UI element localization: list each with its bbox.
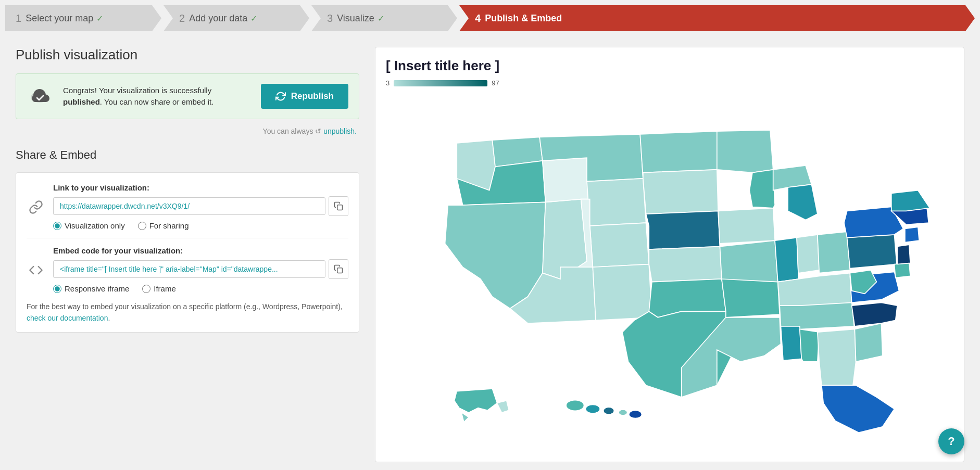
main-content: Publish visualization Congrats! Your vis… [0,36,980,470]
usa-map-svg [386,95,953,451]
svg-point-4 [586,405,600,413]
step-4-num: 4 [475,12,481,24]
embed-input-row [53,259,348,279]
step-3-num: 3 [327,12,333,24]
embed-radio-group: Responsive iframe Iframe [53,284,348,293]
iframe-radio[interactable] [142,285,150,293]
unpublish-row: You can always ↺ unpublish. [16,127,359,135]
step-2[interactable]: 2 Add your data ✓ [164,5,309,31]
embed-hint: For the best way to embed your visualiza… [27,301,348,324]
cloud-check-icon [27,83,53,109]
unpublish-icon: ↺ [315,127,321,135]
link-content: Link to your visualization: [53,183,348,230]
step-3-label: Visualize [337,13,374,24]
iframe-label: Iframe [154,284,176,293]
embed-icon [27,261,45,280]
step-1[interactable]: 1 Select your map ✓ [5,5,161,31]
copy-link-button[interactable] [329,196,348,216]
copy-embed-button[interactable] [329,259,348,279]
docs-link[interactable]: check our documentation [27,314,108,322]
responsive-radio[interactable] [53,285,61,293]
svg-point-6 [619,410,627,415]
left-panel: Publish visualization Congrats! Your vis… [16,47,359,462]
sharing-label: For sharing [149,221,189,230]
step-4-label: Publish & Embed [485,13,562,24]
legend-bar: 3 97 [386,79,953,87]
viz-only-radio[interactable] [53,222,61,230]
banner-text: Congrats! Your visualization is successf… [63,85,250,108]
unpublish-link[interactable]: unpublish. [323,127,357,135]
svg-point-3 [566,400,584,411]
responsive-option[interactable]: Responsive iframe [53,284,129,293]
link-label: Link to your visualization: [53,183,348,192]
step-2-check: ✓ [250,14,257,23]
step-2-label: Add your data [189,13,247,24]
map-title: [ Insert title here ] [386,58,953,74]
published-banner: Congrats! Your visualization is successf… [16,73,359,119]
svg-point-5 [604,407,614,414]
step-4[interactable]: 4 Publish & Embed [459,5,975,31]
link-radio-group: Visualization only For sharing [53,221,348,230]
step-1-num: 1 [16,12,21,24]
step-3-check: ✓ [378,14,384,23]
republish-button[interactable]: Republish [261,84,348,109]
share-embed-title: Share & Embed [16,148,359,162]
publish-section-title: Publish visualization [16,47,359,63]
steps-header: 1 Select your map ✓ 2 Add your data ✓ 3 … [0,0,980,36]
viz-only-option[interactable]: Visualization only [53,221,125,230]
legend-min: 3 [386,79,390,87]
viz-only-label: Visualization only [65,221,125,230]
help-button[interactable]: ? [938,428,964,454]
step-3[interactable]: 3 Visualize ✓ [311,5,457,31]
responsive-label: Responsive iframe [65,284,129,293]
legend-max: 97 [492,79,499,87]
link-input-row [53,196,348,216]
sharing-radio[interactable] [138,222,146,230]
map-container [386,95,953,451]
legend-gradient [394,80,487,86]
embed-input[interactable] [53,260,325,278]
link-input[interactable] [53,197,325,215]
iframe-option[interactable]: Iframe [142,284,176,293]
republish-label: Republish [291,91,334,101]
link-section: Link to your visualization: [16,172,359,333]
step-2-num: 2 [179,12,185,24]
embed-label: Embed code for your visualization: [53,246,348,255]
link-icon [27,198,45,217]
sharing-option[interactable]: For sharing [138,221,189,230]
step-1-label: Select your map [26,13,93,24]
svg-rect-1 [337,205,343,210]
svg-rect-2 [337,268,343,273]
map-preview-panel: [ Insert title here ] 3 97 [375,47,964,462]
embed-content: Embed code for your visualization: [53,246,348,293]
step-1-check: ✓ [96,14,103,23]
svg-point-7 [629,410,642,418]
